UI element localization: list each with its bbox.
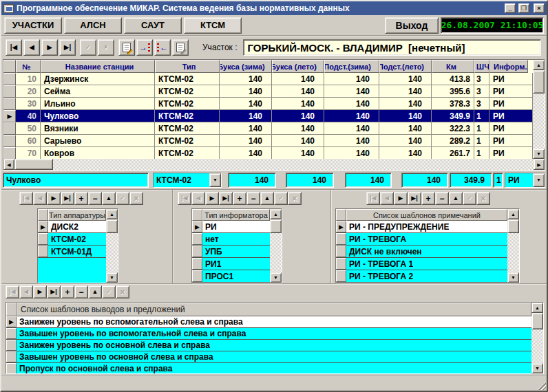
apparatus-type-combo[interactable]: КТСМ-02▼ <box>153 173 222 188</box>
nav-edit-button[interactable]: ▲ <box>260 192 274 205</box>
scroll-up-icon[interactable]: ▲ <box>507 209 519 219</box>
scroll-down-icon[interactable]: ▼ <box>106 272 118 283</box>
list-item[interactable]: ДИСК не включен <box>336 246 507 258</box>
scroll-down-icon[interactable]: ▼ <box>533 149 545 159</box>
scroll-thumb[interactable] <box>106 219 118 233</box>
scroll-down-icon[interactable]: ▼ <box>507 272 519 283</box>
nav-last-button[interactable]: ▶| <box>219 192 233 205</box>
table-row[interactable]: 20СеймаКТСМ-02140140140140395.63РИ <box>3 85 533 98</box>
list-item[interactable]: КТСМ-02 <box>38 233 106 246</box>
resize-grip-icon[interactable] <box>537 381 546 390</box>
table-row[interactable]: 60СарыевоКТСМ-02140140140140289.21РИ <box>3 135 533 147</box>
scroll-up-icon[interactable]: ▲ <box>270 209 282 219</box>
note-templates-vertical-scrollbar[interactable]: ▲▼ <box>507 209 519 283</box>
scroll-up-icon[interactable]: ▲ <box>533 60 545 70</box>
nav-last-button[interactable]: ▶| <box>408 192 421 205</box>
stations-vertical-scrollbar[interactable]: ▲ ▼ <box>533 60 545 159</box>
minimize-button[interactable]: _ <box>505 3 516 13</box>
shch-field[interactable]: 1 <box>493 173 503 188</box>
nav-last-button[interactable]: ▶| <box>47 285 61 298</box>
podst-summer-field[interactable]: 140 <box>401 173 448 188</box>
list-item[interactable]: КТСМ-01Д <box>38 246 106 258</box>
scroll-thumb[interactable] <box>533 70 545 94</box>
prior-record-button[interactable]: ◀ <box>23 39 40 56</box>
nav-insert-button[interactable]: + <box>74 192 88 205</box>
nav-next-button[interactable]: ▶ <box>394 192 408 205</box>
table-row[interactable]: 10ДзержинскКТСМ-02140140140140413.83РИ <box>3 73 533 85</box>
list-item[interactable]: нет <box>192 233 270 246</box>
nav-next-button[interactable]: ▶ <box>47 192 61 205</box>
list-item[interactable]: ПРОС1 <box>192 270 270 283</box>
nav-delete-button[interactable]: − <box>246 192 260 205</box>
apparatus-type-vertical-scrollbar[interactable]: ▲▼ <box>106 209 118 283</box>
scroll-track[interactable] <box>270 219 282 272</box>
scroll-down-icon[interactable]: ▼ <box>531 363 543 373</box>
scroll-thumb[interactable] <box>270 219 282 233</box>
buksa-summer-field[interactable]: 140 <box>286 173 334 188</box>
list-item[interactable]: Завышен уровень по основной слева и спра… <box>6 351 531 363</box>
chevron-down-icon[interactable]: ▼ <box>533 173 545 187</box>
scroll-up-icon[interactable]: ▲ <box>531 303 543 313</box>
table-row[interactable]: 30ИльиноКТСМ-02140140140140378.33РИ <box>3 98 533 110</box>
scroll-thumb[interactable] <box>14 159 53 170</box>
nav-last-button[interactable]: ▶| <box>61 192 74 205</box>
table-row[interactable]: 70КовровКТСМ-02140140140140261.71РИ <box>3 147 533 159</box>
list-item[interactable]: РИ1 <box>192 258 270 270</box>
km-field[interactable]: 349.9 <box>450 173 492 188</box>
list-item[interactable]: ▶РИ - ПРЕДУПРЕЖДЕНИЕ <box>336 221 507 233</box>
list-item[interactable]: Завышен уровень по вспомогательной слева… <box>6 328 531 340</box>
scroll-thumb[interactable] <box>507 219 519 233</box>
tab-alsn[interactable]: АЛСН <box>64 17 122 34</box>
scroll-track[interactable] <box>507 219 519 272</box>
tab-ktsm[interactable]: КТСМ <box>184 17 242 34</box>
tab-uchastki[interactable]: УЧАСТКИ <box>4 17 62 34</box>
chevron-down-icon[interactable]: ▼ <box>209 173 221 187</box>
nav-insert-button[interactable]: + <box>233 192 246 205</box>
cell: 50 <box>16 122 41 135</box>
podst-winter-field[interactable]: 140 <box>345 173 392 188</box>
scroll-up-icon[interactable]: ▲ <box>106 209 118 219</box>
table-row[interactable]: ▶40ЧулковоКТСМ-02140140140140349.91РИ <box>3 110 533 122</box>
edit-record-button[interactable] <box>118 39 135 56</box>
station-name-field[interactable]: Чулково <box>3 173 149 188</box>
tab-saut[interactable]: САУТ <box>124 17 182 34</box>
nav-insert-button[interactable]: + <box>61 285 74 298</box>
delete-record-button[interactable]: ← <box>154 39 171 56</box>
scroll-thumb[interactable] <box>531 313 543 329</box>
maximize-button[interactable]: ❐ <box>518 3 529 13</box>
first-record-button[interactable]: |◀ <box>6 39 22 56</box>
list-item[interactable]: ▶Занижен уровень по вспомогательной слев… <box>6 316 531 328</box>
nav-delete-button[interactable]: − <box>74 285 88 298</box>
list-item[interactable]: ▶ДИСК2 <box>38 221 106 233</box>
informer-combo[interactable]: РИ▼ <box>505 173 545 188</box>
scroll-down-icon[interactable]: ▼ <box>270 272 282 283</box>
nav-next-button[interactable]: ▶ <box>205 192 219 205</box>
conclusions-vertical-scrollbar[interactable]: ▲ ▼ <box>531 303 543 373</box>
nav-edit-button[interactable]: ▲ <box>102 192 116 205</box>
nav-edit-button[interactable]: ▲ <box>449 192 463 205</box>
informer-type-vertical-scrollbar[interactable]: ▲▼ <box>270 209 282 283</box>
nav-delete-button[interactable]: − <box>435 192 449 205</box>
next-record-button[interactable]: ▶ <box>41 39 58 56</box>
scroll-left-icon[interactable]: ◀ <box>3 159 14 170</box>
list-item[interactable]: Занижен уровень по основной слева и спра… <box>6 340 531 351</box>
list-item[interactable]: РИ - ТРЕВОГА <box>336 233 507 246</box>
scroll-right-icon[interactable]: ▶ <box>534 159 545 170</box>
table-row[interactable]: 50ВязникиКТСМ-02140140140140322.31РИ <box>3 122 533 135</box>
list-item[interactable]: Пропуск по основной слева и справа <box>6 363 531 373</box>
close-button[interactable]: × <box>534 3 545 13</box>
last-record-button[interactable]: ▶| <box>59 39 76 56</box>
nav-edit-button[interactable]: ▲ <box>88 285 102 298</box>
buksa-winter-field[interactable]: 140 <box>228 173 276 188</box>
nav-insert-button[interactable]: + <box>421 192 435 205</box>
nav-delete-button[interactable]: − <box>88 192 102 205</box>
stations-horizontal-scrollbar[interactable]: ◀ ▶ <box>3 159 545 170</box>
list-item[interactable]: РИ - ТРЕВОГА 1 <box>336 258 507 270</box>
insert-record-button[interactable]: → <box>136 39 153 56</box>
list-item[interactable]: УПБ <box>192 246 270 258</box>
nav-next-button[interactable]: ▶ <box>33 285 47 298</box>
list-item[interactable]: ▶РИ <box>192 221 270 233</box>
exit-button[interactable]: Выход <box>385 17 439 34</box>
list-item[interactable]: РИ - ТРЕВОГА 2 <box>336 270 507 283</box>
scroll-track[interactable] <box>106 219 118 272</box>
